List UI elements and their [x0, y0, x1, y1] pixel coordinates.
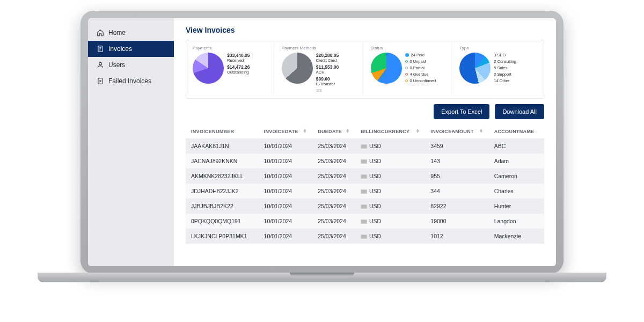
currency-flag-icon — [361, 159, 367, 164]
cell-invoicenumber: 0PQKQQ0QMQ191 — [186, 214, 259, 229]
sidebar-item-failed-invoices[interactable]: Failed Invoices — [88, 73, 174, 89]
payment-methods-pager[interactable]: 1/3 — [316, 88, 339, 93]
svg-point-1 — [99, 62, 102, 65]
table-row[interactable]: 0PQKQQ0QMQ19110/01/202425/03/2024USD1900… — [186, 214, 544, 229]
column-header-invoiceamount[interactable]: INVOICEAMOUNT▲▼ — [425, 125, 488, 138]
cell-invoicenumber: JDJHADH822JJK2 — [186, 184, 259, 199]
column-header-accountname[interactable]: ACCOUNTNAME — [489, 125, 544, 138]
invoices-table-body: JAAKAK81J1N10/01/202425/03/2024USD3459AB… — [186, 138, 544, 244]
currency-flag-icon — [361, 144, 367, 149]
cell-invoiceamount: 143 — [425, 153, 488, 169]
home-icon — [97, 29, 104, 36]
cell-invoicenumber: JAAKAK81J1N — [186, 138, 259, 153]
table-row[interactable]: JDJHADH822JJK210/01/202425/03/2024USD344… — [186, 184, 544, 199]
table-row[interactable]: AKMKNK28232JKLL10/01/202425/03/2024USD95… — [186, 169, 544, 184]
table-actions: Export To Excel Download All — [186, 104, 544, 119]
cell-billingcurrency: USD — [355, 229, 425, 244]
sort-icon: ▲▼ — [346, 129, 350, 133]
app-window: HomeInvoicesUsersFailed Invoices View In… — [88, 18, 556, 266]
pie-chart-type — [459, 53, 491, 84]
table-row[interactable]: JACNAJ892KNKN10/01/202425/03/2024USD143A… — [186, 153, 544, 169]
pie-chart-payment-methods — [282, 53, 313, 84]
download-all-button[interactable]: Download All — [495, 104, 544, 119]
cell-accountname: Hunter — [489, 199, 544, 214]
table-row[interactable]: JJBJBJBJB2K2210/01/202425/03/2024USD8292… — [186, 199, 544, 214]
table-row[interactable]: LKJKJNCLP0P31MK110/01/202425/03/2024USD1… — [186, 229, 544, 244]
currency-flag-icon — [361, 174, 367, 179]
cell-billingcurrency: USD — [355, 153, 425, 169]
cell-duedate: 25/03/2024 — [312, 169, 355, 184]
summary-cards: Payments $33,440.05 Received $14,472.26 … — [186, 40, 544, 99]
currency-flag-icon — [361, 219, 367, 224]
cell-invoicenumber: JJBJBJBJB2K22 — [186, 199, 259, 214]
sidebar-item-label: Users — [108, 61, 125, 69]
sidebar-item-label: Invoices — [108, 45, 132, 53]
cell-invoicedate: 10/01/2024 — [259, 199, 313, 214]
card-status-title: Status — [371, 46, 449, 50]
cell-invoicedate: 10/01/2024 — [259, 153, 313, 169]
cell-invoicenumber: JACNAJ892KNKN — [186, 153, 259, 169]
cell-billingcurrency: USD — [355, 169, 425, 184]
cell-invoiceamount: 955 — [425, 169, 488, 184]
cell-invoicenumber: LKJKJNCLP0P31MK1 — [186, 229, 259, 244]
card-payment-methods-legend: $20,288.05Credit Card$11,553.00ACH$99.00… — [316, 53, 339, 93]
table-row[interactable]: JAAKAK81J1N10/01/202425/03/2024USD3459AB… — [186, 138, 544, 153]
main-content: View Invoices Payments $33,440.05 — [174, 18, 556, 266]
cell-invoicedate: 10/01/2024 — [259, 138, 313, 153]
cell-duedate: 25/03/2024 — [312, 138, 355, 153]
cell-duedate: 25/03/2024 — [312, 229, 355, 244]
laptop-mockup: HomeInvoicesUsersFailed Invoices View In… — [38, 11, 606, 311]
cell-invoicedate: 10/01/2024 — [259, 184, 313, 199]
sidebar-item-label: Home — [108, 29, 126, 36]
cell-invoicenumber: AKMKNK28232JKLL — [186, 169, 259, 184]
failed-invoice-icon — [97, 77, 104, 85]
cell-accountname: Cameron — [489, 169, 544, 184]
cell-billingcurrency: USD — [355, 199, 425, 214]
sort-icon: ▲▼ — [415, 129, 420, 133]
sidebar: HomeInvoicesUsersFailed Invoices — [88, 18, 174, 266]
sidebar-item-invoices[interactable]: Invoices — [88, 41, 174, 57]
cell-accountname: ABC — [489, 138, 544, 153]
invoice-icon — [97, 45, 104, 53]
cell-duedate: 25/03/2024 — [312, 199, 355, 214]
cell-invoiceamount: 344 — [425, 184, 488, 199]
cell-accountname: Adam — [489, 153, 544, 169]
column-header-billingcurrency[interactable]: BILLINGCURRENCY▲▼ — [355, 125, 425, 138]
invoices-table-head: INVOICENUMBERINVOICEDATE▲▼DUEDATE▲▼BILLI… — [186, 125, 544, 138]
cell-invoiceamount: 1012 — [425, 229, 488, 244]
cell-duedate: 25/03/2024 — [312, 153, 355, 169]
laptop-base — [38, 273, 606, 282]
column-header-duedate[interactable]: DUEDATE▲▼ — [312, 125, 355, 138]
export-to-excel-button[interactable]: Export To Excel — [434, 104, 489, 119]
card-type-legend: 3 SEO2 Consulting5 Sales2 Support14 Othe… — [494, 53, 516, 84]
sidebar-item-home[interactable]: Home — [88, 25, 174, 41]
card-type: Type 3 SEO2 Consulting5 Sales2 Support14… — [456, 43, 540, 95]
currency-flag-icon — [361, 189, 367, 194]
card-payments-legend: $33,440.05 Received $14,472.26 Outstandi… — [227, 53, 250, 84]
pie-chart-payments — [193, 53, 224, 84]
card-type-title: Type — [459, 46, 537, 50]
sidebar-item-label: Failed Invoices — [108, 77, 151, 85]
cell-billingcurrency: USD — [355, 138, 425, 153]
cell-invoicedate: 10/01/2024 — [259, 229, 313, 244]
cell-billingcurrency: USD — [355, 214, 425, 229]
invoices-table: INVOICENUMBERINVOICEDATE▲▼DUEDATE▲▼BILLI… — [186, 125, 544, 244]
currency-flag-icon — [361, 204, 367, 209]
cell-invoiceamount: 19000 — [425, 214, 488, 229]
card-payment-methods: Payment Methods $20,288.05Credit Card$11… — [279, 43, 363, 95]
sidebar-item-users[interactable]: Users — [88, 57, 174, 73]
cell-accountname: Mackenzie — [489, 229, 544, 244]
laptop-bezel: HomeInvoicesUsersFailed Invoices View In… — [80, 11, 564, 274]
card-payments-title: Payments — [193, 46, 270, 50]
column-header-invoicenumber[interactable]: INVOICENUMBER — [186, 125, 259, 138]
sort-icon: ▲▼ — [479, 129, 483, 133]
cell-accountname: Langdon — [489, 214, 544, 229]
user-icon — [97, 61, 104, 69]
pie-chart-status — [371, 53, 402, 84]
cell-invoicedate: 10/01/2024 — [259, 214, 313, 229]
column-header-invoicedate[interactable]: INVOICEDATE▲▼ — [259, 125, 313, 138]
card-status-legend: 24 Paid0 Unpaid0 Partial4 Overdue0 Uncon… — [405, 53, 436, 84]
cell-duedate: 25/03/2024 — [312, 214, 355, 229]
page-title: View Invoices — [186, 26, 544, 34]
cell-duedate: 25/03/2024 — [312, 184, 355, 199]
